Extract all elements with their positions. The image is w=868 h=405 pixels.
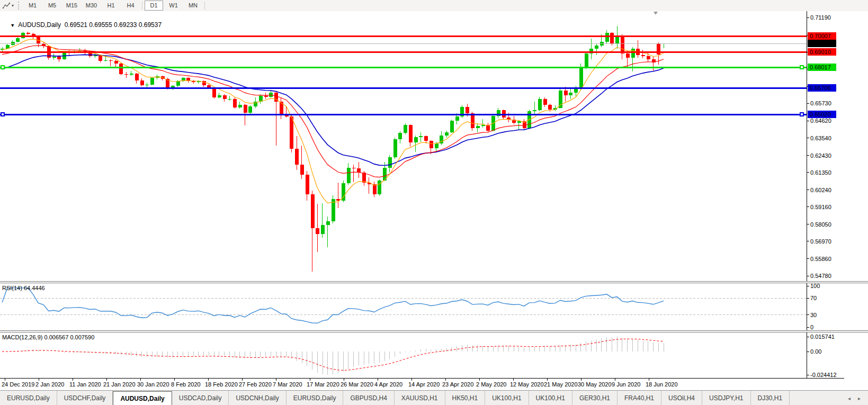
toolbar-separator — [204, 2, 205, 10]
timeframe-button-h4[interactable]: H4 — [121, 1, 140, 11]
svg-text:0.54780: 0.54780 — [810, 273, 831, 279]
date-axis: 24 Dec 20192 Jan 202011 Jan 202021 Jan 2… — [0, 379, 868, 390]
timeframe-button-m5[interactable]: M5 — [43, 1, 61, 11]
chart-tab-uk100-h1[interactable]: UK100,H1 — [485, 391, 529, 405]
date-tick — [479, 379, 480, 381]
tab-scroll-left-icon[interactable]: ◂ — [848, 395, 851, 401]
timeframe-button-m1[interactable]: M1 — [23, 1, 42, 11]
date-label: 30 May 2020 — [578, 381, 612, 388]
date-tick — [310, 379, 310, 381]
svg-text:0.63540: 0.63540 — [810, 135, 831, 141]
line-tool-icon — [2, 2, 11, 10]
date-tick — [174, 379, 175, 381]
date-tick — [547, 379, 548, 381]
main-chart-panel[interactable]: 0.711900.700800.690000.679200.668100.657… — [0, 11, 868, 281]
date-label: 14 Apr 2020 — [408, 381, 440, 388]
chart-tab-ger30-h1[interactable]: GER30,H1 — [572, 391, 618, 405]
date-tick — [5, 379, 5, 381]
tab-nav-arrows: ◂▸ — [848, 391, 868, 405]
svg-text:0.68017: 0.68017 — [810, 64, 831, 70]
line-tool-button[interactable]: ▾ — [0, 0, 16, 11]
toolbar-separator — [142, 2, 142, 10]
date-label: 4 Apr 2020 — [374, 381, 402, 388]
macd-label: MACD(12,26,9) 0.006567 0.007590 — [2, 334, 94, 340]
chart-tab-xauusd-h1[interactable]: XAUUSD,H1 — [395, 391, 445, 405]
svg-text:-0.024412: -0.024412 — [810, 372, 837, 378]
chart-tab-usdcad-daily[interactable]: USDCAD,Daily — [172, 391, 229, 405]
svg-text:0.70007: 0.70007 — [810, 33, 831, 39]
svg-text:0.59160: 0.59160 — [810, 204, 831, 210]
date-tick — [208, 379, 209, 381]
svg-text:70: 70 — [810, 295, 817, 301]
date-tick — [411, 379, 412, 381]
date-label: 9 Jun 2020 — [612, 381, 640, 388]
svg-text:0.015741: 0.015741 — [810, 334, 835, 340]
chart-tab-usdjpy-h1[interactable]: USDJPY,H1 — [702, 391, 750, 405]
window-collapse-icon[interactable]: ▼ — [10, 23, 15, 28]
date-label: 27 Feb 2020 — [239, 381, 272, 388]
chart-symbol-title: AUDUSD,Daily — [18, 21, 61, 29]
date-label: 18 Feb 2020 — [205, 381, 238, 388]
date-tick — [513, 379, 514, 381]
svg-text:0.55860: 0.55860 — [810, 256, 831, 262]
svg-text:100: 100 — [810, 283, 820, 289]
svg-text:30: 30 — [810, 312, 817, 318]
svg-text:0.71190: 0.71190 — [810, 14, 831, 21]
chevron-down-icon[interactable]: ▾ — [12, 3, 14, 8]
date-tick — [276, 379, 276, 381]
svg-text:0.62430: 0.62430 — [810, 152, 831, 159]
chart-tab-dj30-h1[interactable]: DJ30,H1 — [751, 391, 790, 405]
date-tick — [106, 379, 107, 381]
timeframe-buttons: M1M5M15M30H1H4D1W1MN — [23, 1, 207, 11]
date-label: 7 Mar 2020 — [273, 381, 302, 388]
svg-text:0.58050: 0.58050 — [810, 221, 831, 228]
chart-tab-usoil-h4[interactable]: USOil,H4 — [661, 391, 702, 405]
svg-text:0.00: 0.00 — [810, 348, 821, 355]
svg-text:0.65730: 0.65730 — [810, 100, 831, 106]
date-label: 17 Mar 2020 — [307, 381, 339, 388]
date-tick — [73, 379, 73, 381]
chart-tab-audusd-daily[interactable]: AUDUSD,Daily — [113, 391, 172, 405]
chart-tab-eurusd-daily[interactable]: EURUSD,Daily — [0, 391, 57, 405]
date-label: 2 Jan 2020 — [35, 381, 64, 388]
date-tick — [615, 379, 615, 381]
chart-title-row: ▼AUDUSD,Daily 0.69521 0.69555 0.69233 0.… — [3, 14, 162, 36]
svg-text:0.69537: 0.69537 — [810, 40, 831, 47]
timeframe-button-mn[interactable]: MN — [184, 1, 202, 11]
chart-tab-usdchf-daily[interactable]: USDCHF,Daily — [57, 391, 113, 405]
svg-text:0.66706: 0.66706 — [810, 85, 831, 91]
svg-text:0.61350: 0.61350 — [810, 169, 831, 176]
date-label: 8 Feb 2020 — [171, 381, 201, 388]
chart-tab-fra40-h1[interactable]: FRA40,H1 — [618, 391, 661, 405]
svg-text:0: 0 — [810, 324, 813, 330]
date-label: 21 Jan 2020 — [103, 381, 136, 388]
chart-tab-eurusd-daily[interactable]: EURUSD,Daily — [287, 391, 344, 405]
timeframe-button-h1[interactable]: H1 — [102, 1, 120, 11]
macd-panel[interactable]: 0.0157410.00-0.024412 — [0, 332, 868, 378]
chart-tab-gbpusd-h4[interactable]: GBPUSD,H4 — [343, 391, 394, 405]
date-label: 2 May 2020 — [476, 381, 506, 388]
rsi-label: RSI(14) 64.4446 — [2, 285, 45, 291]
trading-app-window: ▾ M1M5M15M30H1H4D1W1MN 0.711900.700800.6… — [0, 0, 868, 405]
date-tick — [39, 379, 39, 381]
date-label: 21 May 2020 — [544, 381, 578, 388]
chart-tab-hk50-h1[interactable]: HK50,H1 — [445, 391, 486, 405]
chart-tab-usdcnh-daily[interactable]: USDCNH,Daily — [229, 391, 286, 405]
timeframe-button-m30[interactable]: M30 — [82, 1, 101, 11]
timeframe-button-w1[interactable]: W1 — [164, 1, 183, 11]
timeframe-button-m15[interactable]: M15 — [62, 1, 81, 11]
tab-scroll-right-icon[interactable]: ▸ — [858, 395, 861, 401]
chart-tab-uk100-h1[interactable]: UK100,H1 — [529, 391, 572, 405]
date-label: 24 Dec 2019 — [2, 381, 34, 388]
rsi-panel[interactable]: 10070300 — [0, 283, 868, 330]
date-tick — [649, 379, 649, 381]
date-tick — [344, 379, 344, 381]
svg-text:0.56970: 0.56970 — [810, 238, 831, 245]
toolbar-grip — [18, 2, 21, 10]
svg-text:0.69010: 0.69010 — [810, 49, 831, 55]
date-label: 11 Jan 2020 — [69, 381, 101, 388]
timeframe-toolbar: ▾ M1M5M15M30H1H4D1W1MN — [0, 0, 868, 12]
date-tick — [140, 379, 141, 381]
chart-ohlc-values: 0.69521 0.69555 0.69233 0.69537 — [65, 21, 162, 29]
timeframe-button-d1[interactable]: D1 — [145, 1, 163, 11]
